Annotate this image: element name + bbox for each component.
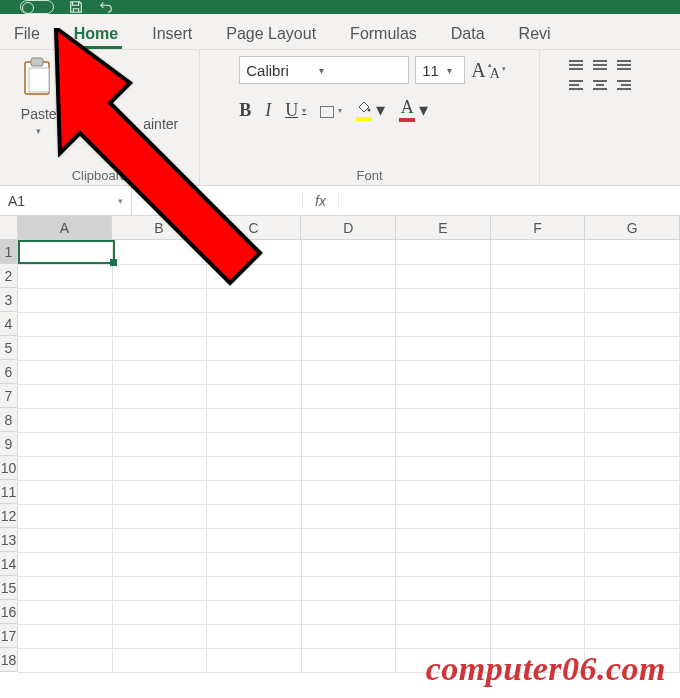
row-header[interactable]: 2 <box>0 264 18 288</box>
col-header-e[interactable]: E <box>396 216 491 240</box>
font-family-value: Calibri <box>246 62 289 79</box>
align-top-button[interactable] <box>569 60 583 70</box>
border-icon <box>320 106 334 118</box>
row-header[interactable]: 8 <box>0 408 18 432</box>
copy-icon <box>67 85 83 104</box>
col-header-f[interactable]: F <box>491 216 586 240</box>
align-middle-button[interactable] <box>593 60 607 70</box>
align-bottom-button[interactable] <box>617 60 631 70</box>
formula-bar-row: A1 ▾ fx <box>0 186 680 216</box>
fill-color-swatch <box>356 117 372 121</box>
fill-color-button[interactable] <box>356 99 372 121</box>
name-box[interactable]: A1 ▾ <box>0 186 132 216</box>
format-painter-button[interactable]: Frm ainter <box>67 114 178 133</box>
formula-input[interactable] <box>339 187 680 215</box>
tab-review[interactable]: Revi <box>515 19 555 49</box>
group-clipboard-label: Clipboard <box>72 164 128 183</box>
font-family-select[interactable]: Calibri ▾ <box>239 56 409 84</box>
font-color-swatch <box>399 118 415 122</box>
font-size-value: 11 <box>422 62 439 79</box>
row-header[interactable]: 17 <box>0 624 18 648</box>
col-header-c[interactable]: C <box>207 216 302 240</box>
italic-button[interactable]: I <box>265 100 271 121</box>
tab-home[interactable]: Home <box>70 19 122 49</box>
tab-data[interactable]: Data <box>447 19 489 49</box>
chevron-down-icon: ▾ <box>302 106 306 115</box>
group-clipboard: Paste ▾ y ▾ <box>0 50 200 185</box>
svg-rect-1 <box>31 58 43 66</box>
copy-button[interactable]: y ▾ <box>67 85 178 104</box>
column-headers: A B C D E F G <box>0 216 680 240</box>
row-headers: 1 2 3 4 5 6 7 8 9 10 11 12 13 14 15 16 1… <box>0 240 18 673</box>
chevron-down-icon: ▾ <box>102 87 109 103</box>
undo-icon[interactable] <box>98 0 114 14</box>
group-font-label: Font <box>356 164 382 183</box>
paste-button[interactable]: Paste ▾ <box>21 56 57 136</box>
scissors-icon <box>67 56 83 75</box>
row-header[interactable]: 14 <box>0 552 18 576</box>
svg-rect-2 <box>29 68 49 92</box>
row-header[interactable]: 3 <box>0 288 18 312</box>
tab-formulas[interactable]: Formulas <box>346 19 421 49</box>
bucket-icon <box>356 99 372 117</box>
font-color-letter: A <box>401 98 414 116</box>
row-header[interactable]: 4 <box>0 312 18 336</box>
autosave-toggle[interactable] <box>20 0 54 14</box>
ribbon: Paste ▾ y ▾ <box>0 50 680 186</box>
cells-grid[interactable] <box>18 240 680 673</box>
increase-font-button[interactable]: A▴ <box>471 59 485 82</box>
align-center-button[interactable] <box>593 80 607 90</box>
select-all-corner[interactable] <box>0 216 18 240</box>
underline-button[interactable]: U▾ <box>285 100 306 121</box>
title-bar <box>0 0 680 14</box>
row-header[interactable]: 7 <box>0 384 18 408</box>
row-header[interactable]: 1 <box>0 240 18 264</box>
col-header-d[interactable]: D <box>301 216 396 240</box>
svg-point-7 <box>368 109 371 112</box>
tab-insert[interactable]: Insert <box>148 19 196 49</box>
col-header-a[interactable]: A <box>18 216 113 240</box>
row-header[interactable]: 6 <box>0 360 18 384</box>
col-header-b[interactable]: B <box>112 216 207 240</box>
chevron-down-icon: ▾ <box>447 65 452 76</box>
font-color-button[interactable]: A <box>399 98 415 122</box>
save-icon[interactable] <box>68 0 84 14</box>
bold-button[interactable]: B <box>239 100 251 121</box>
tab-file[interactable]: File <box>10 19 44 49</box>
row-header[interactable]: 11 <box>0 480 18 504</box>
chevron-down-icon: ▾ <box>36 126 41 136</box>
decrease-font-button[interactable]: A▾ <box>490 63 500 86</box>
chevron-down-icon[interactable]: ▾ <box>419 99 428 121</box>
align-right-button[interactable] <box>617 80 631 90</box>
align-left-button[interactable] <box>569 80 583 90</box>
row-header[interactable]: 15 <box>0 576 18 600</box>
col-header-g[interactable]: G <box>585 216 680 240</box>
paintbrush-icon <box>67 114 83 133</box>
name-box-value: A1 <box>8 193 25 209</box>
ribbon-tabs: File Home Insert Page Layout Formulas Da… <box>0 14 680 50</box>
watermark: computer06.com <box>426 650 666 688</box>
row-header[interactable]: 5 <box>0 336 18 360</box>
spreadsheet: A B C D E F G 1 2 3 4 5 6 7 8 9 10 11 12… <box>0 216 680 673</box>
fx-icon[interactable]: fx <box>302 193 339 209</box>
row-header[interactable]: 18 <box>0 648 18 672</box>
font-size-select[interactable]: 11 ▾ <box>415 56 465 84</box>
row-header[interactable]: 13 <box>0 528 18 552</box>
chevron-down-icon[interactable]: ▾ <box>376 99 385 121</box>
tab-page-layout[interactable]: Page Layout <box>222 19 320 49</box>
group-font: Calibri ▾ 11 ▾ A▴ A▾ B I U▾ <box>200 50 540 185</box>
group-alignment <box>540 50 660 185</box>
copy-label: y <box>89 87 96 103</box>
chevron-down-icon: ▾ <box>118 196 123 206</box>
row-header[interactable]: 9 <box>0 432 18 456</box>
format-painter-label: Frm ainter <box>89 116 178 132</box>
paste-label: Paste <box>21 106 57 122</box>
row-header[interactable]: 16 <box>0 600 18 624</box>
chevron-down-icon: ▾ <box>319 65 324 76</box>
borders-button[interactable]: ▾ <box>320 104 342 116</box>
row-header[interactable]: 12 <box>0 504 18 528</box>
quick-access-toolbar <box>20 0 114 14</box>
cut-button[interactable] <box>67 56 178 75</box>
chevron-down-icon: ▾ <box>338 106 342 115</box>
row-header[interactable]: 10 <box>0 456 18 480</box>
